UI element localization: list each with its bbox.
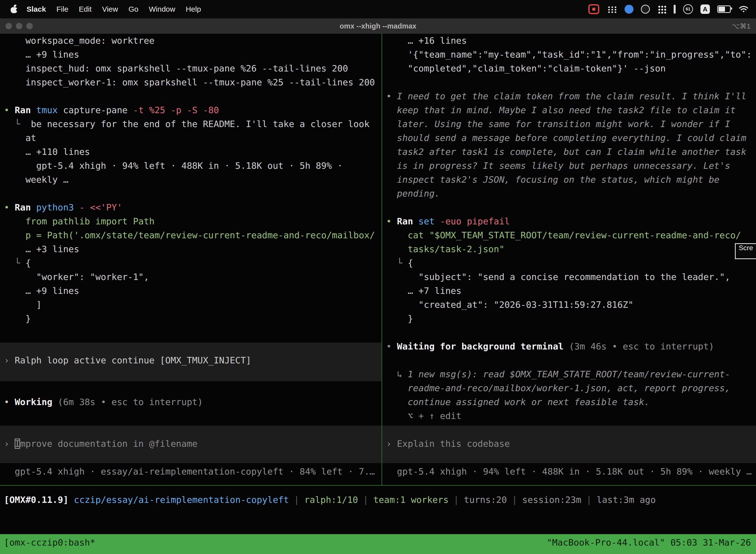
menu-edit[interactable]: Edit [74, 5, 97, 13]
separator: | [586, 495, 592, 505]
screen: Slack File Edit View Go Window Help 61 A [0, 0, 756, 554]
terminal-line [4, 381, 381, 395]
menu-bar-status-area: 61 A [588, 4, 756, 14]
slim-status-icon[interactable] [674, 5, 676, 14]
terminal-line: keep that in mind. Maybe I also need the… [386, 103, 756, 117]
terminal: workspace_mode: worktree … +9 lines insp… [0, 34, 756, 554]
screen-record-icon[interactable] [588, 4, 599, 14]
terminal-line: is in progress? It seems likely but perh… [386, 159, 756, 173]
terminal-line: • Ran tmux capture-pane -t %25 -p -S -80 [4, 103, 381, 117]
text-segment: Working [15, 397, 58, 407]
menu-view[interactable]: View [97, 5, 123, 13]
screen-overlay: Scre [735, 243, 756, 259]
left-pane-lines: workspace_mode: worktree … +9 lines insp… [0, 34, 381, 479]
text-segment: … +7 lines [386, 286, 461, 296]
menu-go[interactable]: Go [123, 5, 144, 13]
terminal-line [386, 353, 756, 367]
terminal-line: "worker": "worker-1", [4, 270, 381, 284]
right-pane[interactable]: … +16 lines '{"team_name":"my-team","tas… [382, 34, 756, 485]
terminal-line: … +7 lines [386, 284, 756, 298]
text-segment: capture-pane [63, 105, 133, 115]
apple-icon-bite [16, 8, 19, 11]
omx-session-path: cczip/essay/ai-reimplementation-copyleft [74, 495, 289, 505]
text-segment: keep that in mind. Maybe I also need the… [386, 105, 736, 115]
text-segment: • [4, 105, 15, 115]
terminal-line: pending. [386, 187, 756, 201]
tmux-status-bar: [omx-cczip0:bash* "MacBook-Pro-44.local"… [0, 534, 756, 554]
text-segment: cat "$OMX_TEAM_STATE_ROOT/team/review-cu… [386, 230, 741, 240]
terminal-line: tasks/task-2.json" [386, 242, 756, 256]
text-segment: Ran [397, 216, 419, 226]
omx-ralph-count: ralph:1/10 [304, 495, 358, 505]
terminal-line: task2 after task1 is complete, but can I… [386, 145, 756, 159]
dark-circle-icon[interactable] [641, 5, 650, 14]
text-segment: mprove documentation in @filename [20, 439, 197, 449]
terminal-line [4, 340, 381, 353]
text-segment: p = Path('.omx/state/team/review-current… [4, 230, 375, 240]
text-segment: ↳ [386, 369, 408, 379]
text-segment: pending. [386, 188, 440, 199]
terminal-line: › Explain this codebase [386, 437, 756, 451]
gauge-icon[interactable]: 61 [683, 4, 693, 14]
text-segment: later. Using the same for transition mig… [386, 119, 730, 129]
wifi-icon[interactable] [738, 5, 749, 13]
block-cursor: I [15, 439, 20, 449]
text-segment: … +9 lines [4, 49, 79, 60]
terminal-line [4, 89, 381, 103]
wifi-icon-glyph [738, 5, 749, 13]
app-grid-icon[interactable] [657, 5, 666, 14]
text-segment: ] [4, 299, 42, 310]
menu-help[interactable]: Help [181, 5, 206, 13]
terminal-line [386, 451, 756, 465]
apple-menu-icon[interactable] [10, 5, 18, 13]
menu-bar-left: Slack File Edit View Go Window Help [0, 5, 206, 13]
omx-status-line: [OMX#0.11.9]cczip/essay/ai-reimplementat… [0, 493, 756, 507]
gauge-value: 61 [686, 7, 691, 12]
terminal-line: › Ralph loop active continue [OMX_TMUX_I… [4, 353, 381, 367]
terminal-line: inspect task2's JSON, focusing on the st… [386, 173, 756, 187]
menu-window[interactable]: Window [144, 5, 181, 13]
text-segment: { [408, 258, 413, 268]
text-segment: should send a message before completing … [386, 133, 746, 143]
input-source-icon[interactable]: A [700, 4, 710, 14]
terminal-line: • Ran python3 - <<'PY' [4, 201, 381, 214]
text-segment: "completed","claim_token":"claim-token"}… [386, 63, 666, 73]
text-segment: • [386, 341, 397, 351]
terminal-line: at [4, 131, 381, 145]
terminal-line: "completed","claim_token":"claim-token"}… [386, 62, 756, 75]
text-segment: "subject": "send a concise recommendatio… [386, 272, 730, 282]
terminal-line: "subject": "send a concise recommendatio… [386, 270, 756, 284]
terminal-line: gpt-5.4 xhigh · 94% left · 488K in · 5.1… [386, 465, 756, 479]
terminal-line [4, 423, 381, 437]
keyboard-grid-icon[interactable] [607, 5, 617, 13]
omx-last-activity: last:3m ago [596, 495, 655, 505]
menu-app-name[interactable]: Slack [21, 5, 51, 13]
terminal-line: "created_at": "2026-03-31T11:59:27.816Z" [386, 298, 756, 312]
text-segment: Ralph loop active continue [OMX_TMUX_INJ… [15, 355, 251, 365]
text-segment: … +16 lines [386, 36, 467, 46]
text-segment: at [4, 133, 36, 143]
text-segment: be necessary for the end of the README. … [31, 119, 369, 129]
menu-bar: Slack File Edit View Go Window Help 61 A [0, 0, 756, 18]
blue-app-icon[interactable] [625, 5, 633, 14]
text-segment: • [4, 202, 15, 213]
tmux-host-clock: "MacBook-Pro-44.local" 05:03 31-Mar-26 [547, 536, 751, 550]
terminal-line [386, 326, 756, 340]
terminal-line: • Ran set -euo pipefail [386, 214, 756, 228]
terminal-line [4, 367, 381, 381]
text-segment: 1 new msg(s): read $OMX_TEAM_STATE_ROOT/… [408, 369, 730, 379]
tmux-session-name[interactable]: [omx-cczip0:bash* [4, 536, 95, 550]
terminal-line: workspace_mode: worktree [4, 34, 381, 48]
text-segment: "created_at": "2026-03-31T11:59:27.816Z" [386, 299, 633, 310]
text-segment: inspect_worker-1: omx sparkshell --tmux-… [4, 77, 375, 88]
text-segment: › [4, 439, 15, 449]
battery-icon[interactable] [717, 5, 731, 13]
terminal-line: gpt-5.4 xhigh · 94% left · 488K in · 5.1… [4, 159, 381, 173]
terminal-line: ] [4, 298, 381, 312]
terminal-line [4, 187, 381, 201]
text-segment: - <<'PY' [79, 202, 122, 213]
menu-file[interactable]: File [51, 5, 73, 13]
left-pane[interactable]: workspace_mode: worktree … +9 lines insp… [0, 34, 381, 485]
text-segment: readme-and-reco/mailbox/worker-1.json, a… [386, 383, 730, 393]
text-segment: -euo pipefail [440, 216, 510, 226]
